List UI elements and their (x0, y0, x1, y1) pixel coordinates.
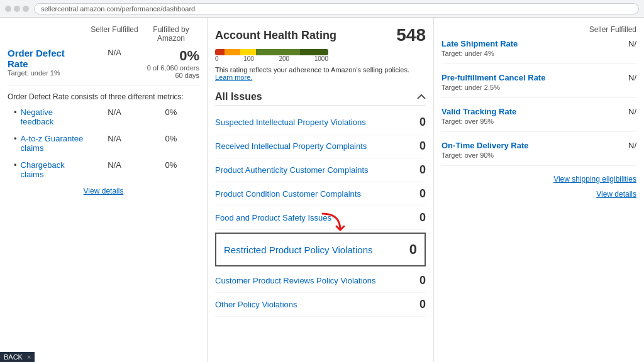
sub-metric-negative-feedback: • Negative feedback N/A 0% (8, 107, 199, 126)
back-badge-text: BACK (4, 353, 23, 361)
atoz-sf: N/A (86, 134, 143, 143)
order-defect-fba-pct: 0% (143, 48, 199, 64)
bar-label-100: 100 (243, 55, 254, 62)
account-health-desc: This rating reflects your adherence to A… (215, 66, 426, 81)
url-bar[interactable]: sellercentral.amazon.com/performance/das… (34, 3, 639, 14)
issue-row-1: Received Intellectual Property Complaint… (215, 134, 426, 158)
issue-name-2[interactable]: Product Authenticity Customer Complaints (215, 165, 413, 175)
right-metric-3-info: On-Time Delivery Rate Target: over 90% (441, 141, 618, 159)
issue-count-3: 0 (413, 187, 426, 200)
neg-feedback-sf: N/A (86, 107, 143, 117)
bar-label-200: 200 (279, 55, 289, 62)
order-defect-fba-sub: 0 of 6,060 orders (143, 64, 199, 72)
highlighted-row-container: Restricted Product Policy Violations 0 (215, 233, 426, 266)
sub-metric-chargeback: • Chargeback claims N/A 0% (8, 160, 199, 179)
learn-more-link[interactable]: Learn more. (215, 74, 252, 81)
bar-label-0: 0 (215, 55, 219, 62)
issue-name-7[interactable]: Other Policy Violations (215, 300, 413, 309)
issue-row-3: Product Condition Customer Complaints 0 (215, 182, 426, 206)
page-layout: Seller Fulfilled Fulfilled by Amazon Ord… (0, 18, 644, 362)
right-metric-2-val: N/ (618, 107, 636, 116)
view-shipping-eligibilities-link[interactable]: View shipping eligibilities (441, 175, 636, 184)
right-metric-0-name[interactable]: Late Shipment Rate (441, 39, 618, 48)
issue-name-highlighted[interactable]: Restricted Product Policy Violations (224, 244, 404, 255)
order-defect-title[interactable]: Order Defect Rate (8, 48, 86, 69)
left-view-details[interactable]: View details (8, 187, 199, 195)
dot-2 (14, 6, 20, 12)
order-defect-fba-days: 60 days (143, 72, 199, 79)
right-metric-3-target: Target: over 90% (441, 151, 618, 159)
issue-name-1[interactable]: Received Intellectual Property Complaint… (215, 141, 413, 151)
atoz-fba: 0% (143, 134, 199, 143)
order-defect-seller-val: N/A (86, 48, 143, 57)
back-badge[interactable]: BACK × (0, 352, 35, 362)
issue-row-0: Suspected Intellectual Property Violatio… (215, 111, 426, 134)
right-view-details-link[interactable]: View details (441, 190, 636, 199)
order-defect-fba-val: 0% 0 of 6,060 orders 60 days (143, 48, 199, 79)
issue-count-1: 0 (413, 140, 426, 153)
neg-feedback-name[interactable]: Negative feedback (21, 107, 54, 126)
issue-row-7: Other Policy Violations 0 (215, 293, 426, 317)
issue-count-0: 0 (413, 116, 426, 129)
bar-label-1000: 1000 (314, 55, 328, 62)
right-metric-1: Pre-fulfillment Cancel Rate Target: unde… (441, 73, 636, 98)
bullet-2: • (14, 134, 17, 143)
bar-orange (225, 49, 240, 55)
browser-dots (5, 6, 29, 12)
issue-count-4: 0 (413, 211, 426, 224)
close-icon[interactable]: × (27, 353, 31, 361)
right-metric-0-val: N/ (618, 39, 636, 48)
bar-dark-green (300, 49, 328, 55)
right-metric-2-target: Target: over 95% (441, 118, 618, 125)
chargeback-label: Chargeback claims (21, 160, 86, 179)
issue-row-2: Product Authenticity Customer Complaints… (215, 158, 426, 182)
right-metric-1-name[interactable]: Pre-fulfillment Cancel Rate (441, 73, 618, 82)
right-metric-3-val: N/ (618, 141, 636, 150)
neg-feedback-fba: 0% (143, 107, 199, 117)
issue-name-4[interactable]: Food and Product Safety Issues (215, 213, 413, 222)
browser-chrome: sellercentral.amazon.com/performance/das… (0, 0, 644, 18)
account-health-score-value: 548 (396, 25, 426, 45)
order-defect-rate-row: Order Defect Rate Target: under 1% N/A 0… (8, 48, 199, 86)
right-metric-2: Valid Tracking Rate Target: over 95% N/ (441, 107, 636, 132)
issue-row-highlighted: Restricted Product Policy Violations 0 (215, 233, 426, 266)
account-health-desc-text: This rating reflects your adherence to A… (215, 66, 409, 74)
bullet-1: • (14, 107, 17, 117)
all-issues-title: All Issues (215, 91, 262, 102)
dot-1 (5, 6, 11, 12)
col-fulfilled-by-amazon: Fulfilled by Amazon (143, 25, 199, 43)
account-health-title: Account Health Rating (215, 29, 336, 41)
account-health-top: Account Health Rating 548 (215, 25, 426, 45)
right-metric-2-name[interactable]: Valid Tracking Rate (441, 107, 618, 116)
order-defect-target: Target: under 1% (8, 69, 86, 77)
issue-row-6: Customer Product Reviews Policy Violatio… (215, 269, 426, 293)
sub-metric-atoz: • A-to-z Guarantee claims N/A 0% (8, 134, 199, 153)
issue-name-3[interactable]: Product Condition Customer Complaints (215, 189, 413, 199)
issue-name-0[interactable]: Suspected Intellectual Property Violatio… (215, 118, 413, 127)
right-metric-0: Late Shipment Rate Target: under 4% N/ (441, 39, 636, 64)
right-metric-1-target: Target: under 2.5% (441, 84, 618, 91)
atoz-label: A-to-z Guarantee claims (21, 134, 86, 153)
right-metric-0-info: Late Shipment Rate Target: under 4% (441, 39, 618, 57)
issue-name-6[interactable]: Customer Product Reviews Policy Violatio… (215, 276, 413, 285)
column-headers: Seller Fulfilled Fulfilled by Amazon (8, 25, 199, 43)
col-seller-fulfilled: Seller Fulfilled (86, 25, 143, 43)
left-panel: Seller Fulfilled Fulfilled by Amazon Ord… (0, 18, 208, 362)
red-arrow (316, 212, 348, 237)
chevron-up-icon[interactable] (417, 91, 426, 102)
bar-indicator: 0 100 200 1000 (215, 55, 328, 62)
right-metric-3-name[interactable]: On-Time Delivery Rate (441, 141, 618, 150)
all-issues-header: All Issues (215, 91, 426, 106)
rating-bar (215, 49, 328, 55)
order-defect-rate-label: Order Defect Rate Target: under 1% (8, 48, 86, 77)
account-health-section: Account Health Rating 548 0 100 200 (215, 25, 426, 81)
right-metric-2-info: Valid Tracking Rate Target: over 95% (441, 107, 618, 125)
issue-count-7: 0 (413, 298, 426, 311)
right-metric-1-info: Pre-fulfillment Cancel Rate Target: unde… (441, 73, 618, 91)
issue-count-6: 0 (413, 274, 426, 287)
right-col-header: Seller Fulfilled (441, 25, 636, 34)
atoz-name[interactable]: A-to-z Guarantee claims (21, 134, 84, 153)
chargeback-fba: 0% (143, 160, 199, 170)
right-links: View shipping eligibilities View details (441, 175, 636, 199)
chargeback-name[interactable]: Chargeback claims (21, 160, 65, 179)
